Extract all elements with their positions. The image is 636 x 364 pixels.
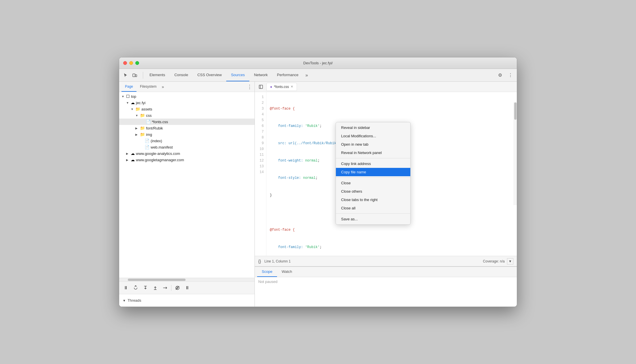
tab-scope[interactable]: Scope — [257, 267, 277, 277]
right-panel: ● *fonts.css ✕ 1 2 3 4 5 6 7 8 9 10 — [255, 82, 517, 307]
menu-item-reveal-network[interactable]: Reveal in Network panel — [336, 149, 410, 157]
step-into-button[interactable] — [142, 284, 149, 292]
close-button[interactable] — [123, 61, 127, 65]
tree-item-manifest[interactable]: 📄 web.manifest — [119, 144, 255, 150]
pause-on-exception-button[interactable]: ⏸ — [184, 284, 191, 292]
nav-tabs: Elements Console CSS Overview Sources Ne… — [145, 69, 496, 81]
panel-tabs: Page Filesystem » ⋮ — [119, 82, 255, 92]
tree-item-jec[interactable]: ▼ ☁ jec.fyi — [119, 100, 255, 106]
file-tree: ▼ ☐ top ▼ ☁ jec.fyi ▼ 📁 assets — [119, 92, 255, 278]
settings-icon[interactable]: ⚙ — [496, 71, 504, 79]
pretty-print-button[interactable]: {} — [258, 259, 261, 264]
menu-item-local-modifications[interactable]: Local Modifications... — [336, 132, 410, 140]
menu-divider-2 — [336, 177, 410, 178]
menu-item-save-as[interactable]: Save as... — [336, 215, 410, 223]
more-tabs-button[interactable]: » — [303, 73, 310, 78]
more-panel-tabs[interactable]: » — [160, 85, 166, 89]
tree-item-img[interactable]: ▶ 📁 img — [119, 131, 255, 138]
deactivate-breakpoints-button[interactable] — [174, 284, 181, 292]
device-toggle-icon[interactable] — [131, 71, 139, 79]
menu-divider-1 — [336, 158, 410, 158]
menu-item-close-others[interactable]: Close others — [336, 187, 410, 196]
toolbar-icons — [121, 71, 139, 79]
menu-item-close[interactable]: Close — [336, 179, 410, 187]
editor-tabs: ● *fonts.css ✕ — [255, 82, 517, 92]
editor-tab-fonts-css[interactable]: ● *fonts.css ✕ — [266, 83, 297, 91]
step-over-button[interactable] — [132, 284, 139, 292]
tree-item-analytics[interactable]: ▶ ☁ www.google-analytics.com — [119, 150, 255, 157]
code-line-9: font-family: 'Rubik'; — [270, 244, 517, 250]
devtools-toolbar: Elements Console CSS Overview Sources Ne… — [119, 69, 517, 82]
panel-menu-icon[interactable]: ⋮ — [247, 84, 252, 90]
tree-item-css[interactable]: ▼ 📁 css — [119, 112, 255, 119]
tree-label-top: top — [131, 94, 136, 99]
coverage-section: Coverage: n/a ▼ — [483, 258, 513, 264]
cloud-icon: ☁ — [131, 157, 135, 162]
toolbar-separator — [171, 285, 171, 291]
context-menu: Reveal in sidebar Local Modifications...… — [336, 122, 411, 225]
scrollbar-thumb — [514, 102, 517, 120]
threads-section[interactable]: ▼ Threads — [119, 294, 255, 307]
vertical-scrollbar[interactable] — [513, 102, 517, 205]
tab-console[interactable]: Console — [170, 69, 193, 81]
tree-item-fonts-css[interactable]: 📄 *fonts.css — [119, 119, 255, 125]
menu-item-close-all[interactable]: Close all — [336, 204, 410, 212]
editor-tab-label: *fonts.css — [274, 85, 289, 89]
cursor-icon[interactable] — [121, 71, 130, 79]
menu-item-reveal-sidebar[interactable]: Reveal in sidebar — [336, 123, 410, 132]
scope-content: Not paused — [255, 277, 517, 307]
tree-item-font-rubik[interactable]: ▶ 📁 font/Rubik — [119, 125, 255, 131]
sidebar-toggle-button[interactable] — [257, 83, 265, 91]
tab-page[interactable]: Page — [121, 82, 136, 92]
tree-item-assets[interactable]: ▼ 📁 assets — [119, 106, 255, 112]
devtools-menu-icon[interactable]: ⋮ — [506, 71, 515, 79]
coverage-dropdown-button[interactable]: ▼ — [507, 258, 513, 264]
fullscreen-button[interactable] — [135, 61, 139, 65]
svg-rect-0 — [133, 74, 135, 77]
menu-item-copy-filename[interactable]: Copy file name — [336, 168, 410, 176]
debug-toolbar: ⏸ — [119, 281, 255, 294]
line-numbers: 1 2 3 4 5 6 7 8 9 10 11 12 13 14 — [255, 92, 266, 256]
tree-label-manifest: web.manifest — [151, 145, 173, 149]
tree-label-img: img — [146, 132, 152, 137]
menu-item-copy-link[interactable]: Copy link address — [336, 160, 410, 168]
tab-close-button[interactable]: ✕ — [291, 85, 293, 89]
tree-arrow: ▶ — [126, 152, 131, 155]
tree-item-top[interactable]: ▼ ☐ top — [119, 93, 255, 100]
cursor-position: Line 1, Column 1 — [264, 259, 483, 263]
tab-filesystem[interactable]: Filesystem — [136, 82, 160, 92]
svg-rect-1 — [135, 75, 137, 77]
minimize-button[interactable] — [129, 61, 133, 65]
step-button[interactable] — [161, 284, 169, 292]
tree-label-gtm: www.googletagmanager.com — [136, 158, 184, 162]
tree-item-index[interactable]: 📄 (index) — [119, 138, 255, 144]
menu-item-open-new-tab[interactable]: Open in new tab — [336, 140, 410, 149]
pause-button[interactable]: ⏸ — [122, 284, 130, 292]
css-file-icon: 📄 — [146, 119, 151, 124]
folder-icon: 📁 — [135, 107, 140, 111]
menu-item-close-tabs-right[interactable]: Close tabs to the right — [336, 196, 410, 204]
tab-sources[interactable]: Sources — [226, 69, 249, 81]
tab-elements[interactable]: Elements — [145, 69, 170, 81]
tree-label-jec: jec.fyi — [136, 101, 145, 105]
tab-css-overview[interactable]: CSS Overview — [193, 69, 227, 81]
menu-divider-3 — [336, 213, 410, 214]
left-panel: Page Filesystem » ⋮ ▼ ☐ top ▼ ☁ jec.fyi — [119, 82, 255, 307]
svg-rect-4 — [259, 85, 263, 89]
step-out-button[interactable] — [151, 284, 159, 292]
devtools-window: DevTools - jec.fyi/ Elements Console CSS… — [119, 57, 517, 307]
horizontal-scrollbar[interactable] — [119, 278, 255, 281]
tree-label-index: (index) — [151, 139, 162, 143]
coverage-label: Coverage: n/a — [483, 259, 505, 263]
tab-network[interactable]: Network — [249, 69, 272, 81]
cloud-icon: ☁ — [131, 151, 135, 156]
tab-performance[interactable]: Performance — [272, 69, 303, 81]
tree-label-analytics: www.google-analytics.com — [136, 151, 180, 156]
threads-arrow: ▼ — [123, 299, 126, 302]
tab-watch[interactable]: Watch — [277, 267, 297, 277]
tree-label-fonts-css: *fonts.css — [152, 120, 168, 124]
not-paused-label: Not paused — [258, 279, 278, 284]
tree-item-gtm[interactable]: ▶ ☁ www.googletagmanager.com — [119, 157, 255, 163]
tree-arrow: ▶ — [126, 158, 131, 162]
tree-arrow: ▼ — [135, 114, 140, 117]
